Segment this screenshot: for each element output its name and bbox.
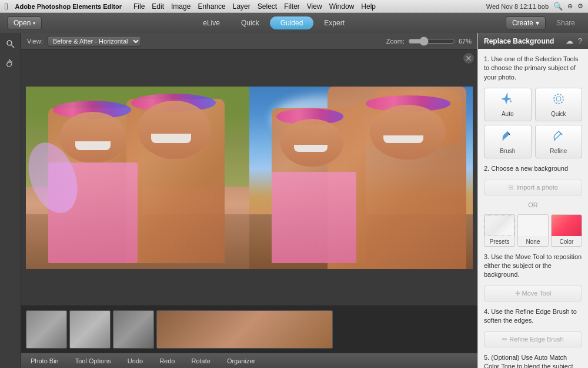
background-presets-grid: Presets None Color bbox=[484, 214, 582, 247]
preset-color[interactable]: Color bbox=[551, 214, 582, 247]
menu-items: File Edit Image Enhance Layer Select Fil… bbox=[133, 2, 376, 11]
svg-line-1 bbox=[11, 45, 14, 48]
none-label: None bbox=[526, 237, 540, 246]
mode-tabs: eLive Quick Guided Expert bbox=[192, 16, 355, 29]
cloud-icon[interactable]: ☁ bbox=[566, 37, 573, 45]
close-canvas-button[interactable]: ✕ bbox=[463, 53, 474, 64]
menu-bar:  Adobe Photoshop Elements Editor File E… bbox=[0, 0, 588, 13]
hand-tool[interactable] bbox=[3, 55, 18, 71]
tab-expert[interactable]: Expert bbox=[313, 16, 355, 29]
organizer-button[interactable]: Organizer bbox=[222, 356, 260, 366]
step4-text: 4. Use the Refine Edge Brush to soften t… bbox=[484, 307, 582, 326]
color-thumbnail bbox=[552, 215, 582, 236]
selection-tools-grid: Auto Quick bbox=[484, 88, 582, 158]
main-toolbar: Open ▾ eLive Quick Guided Expert Create … bbox=[0, 13, 588, 33]
filmstrip-thumb-3[interactable] bbox=[113, 310, 154, 349]
presets-thumbnail bbox=[485, 215, 514, 236]
svg-point-0 bbox=[7, 41, 12, 45]
photo-bin-button[interactable]: Photo Bin bbox=[26, 356, 64, 366]
auto-tool-label: Auto bbox=[502, 111, 514, 117]
menu-enhance[interactable]: Enhance bbox=[198, 2, 225, 11]
tab-guided[interactable]: Guided bbox=[270, 16, 314, 29]
tool-refine[interactable]: Refine bbox=[535, 125, 583, 158]
create-button[interactable]: Create ▾ bbox=[506, 16, 546, 29]
network-icon: ⊕ bbox=[567, 2, 573, 10]
menu-edit[interactable]: Edit bbox=[152, 2, 164, 11]
menu-view[interactable]: View bbox=[307, 2, 322, 11]
after-panel bbox=[249, 87, 473, 269]
help-icon[interactable]: ? bbox=[578, 37, 582, 45]
filmstrip-thumb-2[interactable] bbox=[69, 310, 111, 349]
menu-layer[interactable]: Layer bbox=[233, 2, 250, 11]
tab-elive[interactable]: eLive bbox=[192, 16, 230, 29]
tool-auto[interactable]: Auto bbox=[484, 88, 532, 121]
right-panel-content: 1. Use one of the Selection Tools to cho… bbox=[478, 49, 588, 368]
bottom-toolbar: Photo Bin Tool Options Undo Redo Rotate … bbox=[21, 353, 477, 368]
search-icon[interactable]: 🔍 bbox=[553, 2, 563, 11]
tool-quick[interactable]: Quick bbox=[535, 88, 583, 121]
share-button[interactable]: Share bbox=[550, 17, 581, 29]
filmstrip bbox=[21, 306, 477, 353]
panel-title: Replace Background bbox=[484, 37, 554, 45]
svg-point-3 bbox=[556, 97, 561, 101]
filmstrip-thumb-1[interactable] bbox=[26, 310, 67, 349]
redo-button[interactable]: Redo bbox=[155, 356, 179, 366]
menu-filter[interactable]: Filter bbox=[284, 2, 300, 11]
canvas-wrapper: View: Before & After - Horizontal Zoom: … bbox=[21, 33, 477, 368]
open-dropdown-arrow: ▾ bbox=[33, 21, 35, 26]
zoom-label: Zoom: bbox=[386, 38, 405, 45]
undo-button[interactable]: Undo bbox=[123, 356, 148, 366]
before-scene bbox=[26, 87, 249, 269]
right-panel: Replace Background ☁ ? 1. Use one of the… bbox=[477, 33, 588, 368]
menu-image[interactable]: Image bbox=[171, 2, 191, 11]
preset-none[interactable]: None bbox=[517, 214, 549, 247]
brush-tool-label: Brush bbox=[500, 148, 515, 154]
import-photo-button[interactable]: ⊞ Import a photo bbox=[484, 180, 582, 195]
canvas-area: ✕ bbox=[21, 49, 477, 368]
before-after-container bbox=[26, 87, 473, 269]
view-toolbar: View: Before & After - Horizontal Zoom: … bbox=[21, 33, 477, 49]
step3-text: 3. Use the Move Tool to reposition eithe… bbox=[484, 253, 582, 280]
view-select[interactable]: Before & After - Horizontal bbox=[48, 36, 141, 47]
zoom-area: Zoom: 67% bbox=[386, 37, 472, 46]
right-panel-header: Replace Background ☁ ? bbox=[478, 33, 588, 49]
open-button[interactable]: Open ▾ bbox=[7, 16, 42, 29]
quick-tool-label: Quick bbox=[551, 111, 566, 117]
datetime-user: Wed Nov 8 12:11 bob bbox=[486, 3, 549, 10]
color-label: Color bbox=[560, 237, 574, 246]
tab-quick[interactable]: Quick bbox=[230, 16, 270, 29]
view-label: View: bbox=[27, 38, 43, 45]
refine-tool-label: Refine bbox=[550, 148, 567, 154]
before-panel bbox=[26, 87, 249, 269]
menu-select[interactable]: Select bbox=[258, 2, 277, 11]
auto-selection-icon bbox=[500, 92, 514, 109]
step1-text: 1. Use one of the Selection Tools to cho… bbox=[484, 55, 582, 82]
refine-edge-brush-button[interactable]: ✏ Refine Edge Brush bbox=[484, 331, 582, 347]
zoom-slider[interactable] bbox=[408, 37, 455, 46]
refine-icon bbox=[552, 129, 566, 146]
filmstrip-thumb-4[interactable] bbox=[156, 310, 333, 349]
step5-text: 5. (Optional) Use Auto Match Color Tone … bbox=[484, 353, 582, 368]
zoom-tool[interactable] bbox=[3, 37, 18, 52]
menu-file[interactable]: File bbox=[133, 2, 145, 11]
quick-selection-icon bbox=[552, 92, 566, 109]
settings-icon[interactable]: ⚙ bbox=[577, 2, 583, 10]
apple-logo[interactable]:  bbox=[5, 1, 8, 11]
create-dropdown-arrow: ▾ bbox=[536, 19, 539, 27]
menu-help[interactable]: Help bbox=[361, 2, 376, 11]
svg-point-2 bbox=[554, 94, 563, 104]
brush-icon bbox=[500, 129, 514, 146]
zoom-value: 67% bbox=[459, 38, 472, 45]
rotate-button[interactable]: Rotate bbox=[186, 356, 215, 366]
panel-header-icons: ☁ ? bbox=[566, 37, 582, 45]
tool-brush[interactable]: Brush bbox=[484, 125, 532, 158]
menubar-right: Wed Nov 8 12:11 bob 🔍 ⊕ ⚙ bbox=[486, 2, 583, 11]
presets-label: Presets bbox=[490, 237, 510, 246]
move-tool-button[interactable]: ✛ Move Tool bbox=[484, 286, 582, 301]
canvas-content: ✕ bbox=[21, 49, 477, 306]
preset-presets[interactable]: Presets bbox=[484, 214, 515, 247]
tool-options-button[interactable]: Tool Options bbox=[71, 356, 116, 366]
tools-panel bbox=[0, 33, 21, 368]
app-name: Adobe Photoshop Elements Editor bbox=[15, 3, 122, 10]
menu-window[interactable]: Window bbox=[329, 2, 355, 11]
